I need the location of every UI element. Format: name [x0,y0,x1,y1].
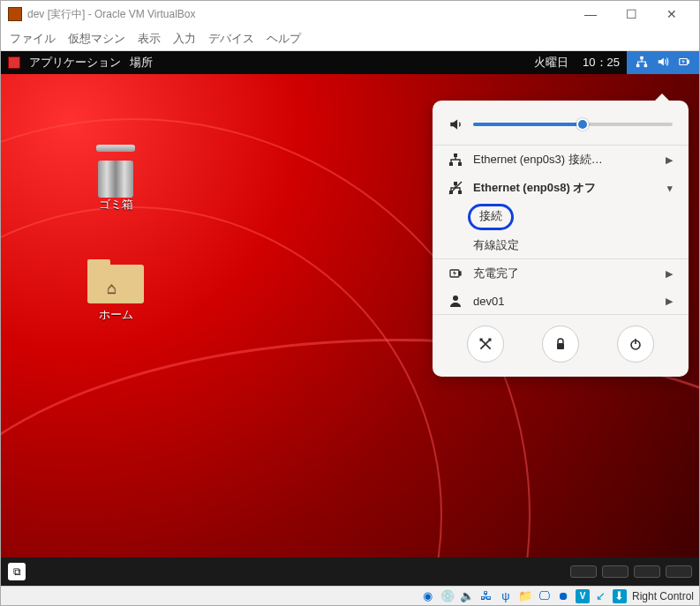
power-button[interactable] [617,325,654,363]
guest-topbar: アプリケーション 場所 火曜日 10：25 [1,51,699,74]
display-icon[interactable]: 🖵 [537,588,553,604]
lock-button[interactable] [542,325,579,363]
guest-additions-icon[interactable]: V [576,589,590,603]
menu-help[interactable]: ヘルプ [267,31,301,47]
trash-icon[interactable]: ゴミ箱 [80,145,151,213]
menu-machine[interactable]: 仮想マシン [68,31,125,47]
battery-label: 充電完了 [473,266,519,281]
user-icon [448,294,463,308]
virtualbox-icon [8,7,22,21]
volume-speaker-icon [448,116,464,132]
connect-label-highlighted[interactable]: 接続 [468,204,514,230]
ethernet2-connect[interactable]: 接続 [433,202,689,232]
settings-button[interactable] [467,325,504,363]
menu-input[interactable]: 入力 [173,31,196,47]
battery-menu-icon [448,266,463,281]
topbar-day[interactable]: 火曜日 [527,55,576,71]
battery-row[interactable]: 充電完了 ▶ [433,259,689,288]
shared-folders-icon[interactable]: 📁 [517,588,533,604]
close-button[interactable]: ✕ [651,1,692,27]
svg-point-14 [453,296,458,301]
wired-network-off-icon [448,181,463,195]
menu-devices[interactable]: デバイス [208,31,254,47]
network-status-icon[interactable]: 🖧 [478,588,494,604]
ethernet-enp0s8-row[interactable]: Ethernet (enp0s8) オフ ▾ [433,174,689,202]
keyboard-capture-icon[interactable]: ⬇ [613,589,627,603]
vbox-statusbar: ◉ 💿 🔈 🖧 ψ 📁 🖵 ⏺ V ↙ ⬇ Right Control [1,586,699,605]
host-menubar: ファイル 仮想マシン 表示 入力 デバイス ヘルプ [1,27,699,51]
ethernet2-label: Ethernet (enp0s8) オフ [473,180,596,196]
menu-file[interactable]: ファイル [10,31,56,47]
overview-button[interactable]: ⧉ [8,563,26,580]
system-menu-popover: Ethernet (enp0s3) 接続… ▶ Ethernet (enp0s8… [433,101,689,377]
hard-disk-icon[interactable]: ◉ [420,588,436,604]
network-icon [636,56,648,71]
optical-disk-icon[interactable]: 💿 [440,588,455,604]
svg-rect-8 [454,182,457,185]
user-row[interactable]: dev01 ▶ [433,288,689,314]
svg-rect-13 [459,272,461,275]
battery-icon [678,56,690,71]
topbar-applications[interactable]: アプリケーション [29,55,121,71]
menu-view[interactable]: 表示 [138,31,161,47]
volume-row [433,109,689,145]
chevron-right-icon: ▶ [666,154,673,166]
home-glyph-icon: ⌂ [107,279,117,297]
chevron-right-icon: ▶ [666,296,673,307]
status-area[interactable] [627,51,699,74]
activities-icon[interactable] [8,56,20,69]
volume-slider-thumb[interactable] [576,118,589,131]
svg-rect-1 [636,64,640,67]
volume-slider[interactable] [473,123,673,126]
maximize-button[interactable]: ☐ [611,1,651,27]
window-title: dev [実行中] - Oracle VM VirtualBox [27,7,570,22]
usb-icon[interactable]: ψ [498,588,514,604]
desktop[interactable]: ゴミ箱 ⌂ ホーム [1,74,699,557]
wired-network-icon [448,153,463,167]
ethernet1-label: Ethernet (enp0s3) 接続… [473,152,603,168]
svg-rect-6 [449,162,453,166]
svg-rect-2 [644,64,648,67]
topbar-time[interactable]: 10：25 [576,55,627,71]
chevron-down-icon: ▾ [667,183,673,194]
minimize-button[interactable]: — [570,1,611,27]
trash-label: ゴミ箱 [80,197,151,213]
svg-rect-0 [640,56,644,59]
svg-rect-5 [454,153,457,157]
home-folder-icon[interactable]: ⌂ ホーム [80,259,151,323]
svg-rect-4 [688,60,689,64]
mouse-integration-icon[interactable]: ↙ [593,588,609,604]
workspace-indicator[interactable] [570,565,692,578]
recording-icon[interactable]: ⏺ [556,588,572,604]
topbar-places[interactable]: 場所 [130,55,153,71]
svg-rect-7 [458,162,462,166]
host-key-label: Right Control [632,590,694,602]
ethernet-enp0s3-row[interactable]: Ethernet (enp0s3) 接続… ▶ [433,146,689,174]
home-label: ホーム [80,307,151,323]
volume-icon [657,56,669,71]
svg-rect-10 [458,191,462,194]
svg-rect-15 [557,343,564,349]
ethernet2-wired-settings[interactable]: 有線設定 [433,232,689,258]
audio-icon[interactable]: 🔈 [459,588,475,604]
window-titlebar: dev [実行中] - Oracle VM VirtualBox — ☐ ✕ [1,1,699,27]
guest-bottombar: ⧉ [1,557,699,586]
chevron-right-icon: ▶ [666,268,673,280]
user-label: dev01 [473,295,504,308]
